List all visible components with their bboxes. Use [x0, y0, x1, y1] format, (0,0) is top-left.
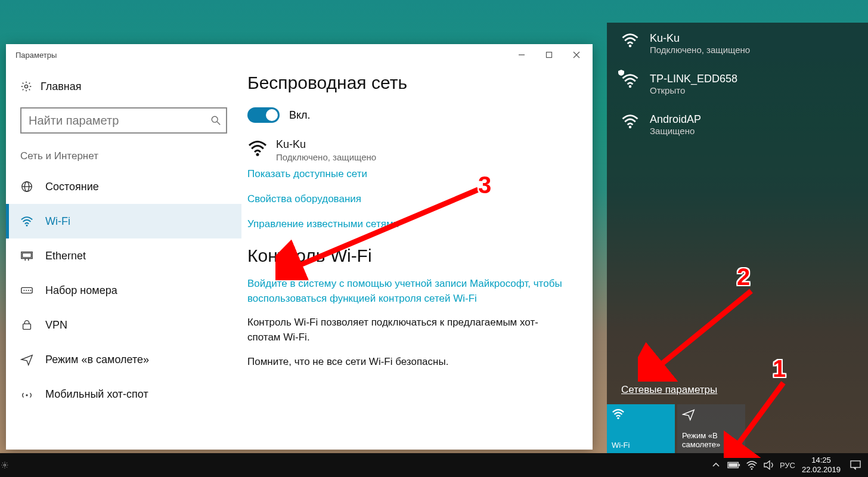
hotspot-icon — [20, 388, 33, 401]
notification-icon — [850, 460, 861, 470]
titlebar: Параметры — [6, 44, 593, 66]
airplane-icon — [682, 408, 695, 421]
wifi-icon — [621, 113, 639, 129]
nav-label: Wi-Fi — [45, 215, 70, 228]
nav-label: Набор номера — [45, 284, 117, 297]
tile-wifi[interactable]: Wi-Fi — [607, 404, 675, 453]
window-controls — [508, 45, 590, 64]
flyout-network-item[interactable]: Ku-Ku Подключено, защищено — [607, 23, 868, 63]
window-title: Параметры — [16, 51, 57, 60]
search-icon — [210, 115, 221, 126]
tray-overflow[interactable] — [708, 453, 724, 477]
maximize-button[interactable] — [535, 45, 563, 64]
control-text-2: Помните, что не все сети Wi-Fi безопасны… — [247, 355, 557, 370]
wifi-icon — [247, 138, 268, 155]
annotation-number-1: 1 — [773, 355, 786, 382]
wifi-icon — [621, 32, 639, 48]
control-text-1: Контроль Wi-Fi позволяет подключаться к … — [247, 315, 557, 345]
nav-label: Режим «в самолете» — [45, 354, 149, 366]
battery-icon — [727, 461, 740, 469]
page-heading: Беспроводная сеть — [247, 73, 569, 93]
nav-item-status[interactable]: Состояние — [6, 169, 241, 204]
annotation-arrow-2 — [638, 280, 769, 382]
svg-point-18 — [28, 290, 29, 291]
network-status: Подключено, защищено — [650, 45, 750, 55]
svg-point-10 — [26, 225, 28, 227]
search-input[interactable] — [29, 114, 210, 128]
svg-rect-30 — [739, 464, 740, 466]
home-label: Главная — [41, 80, 82, 93]
dialup-icon — [20, 284, 33, 297]
wifi-toggle-label: Вкл. — [289, 109, 311, 122]
nav-item-dialup[interactable]: Набор номера — [6, 273, 241, 308]
maximize-icon — [545, 51, 553, 58]
nav-list: Состояние Wi-Fi Ethernet — [6, 169, 241, 411]
tray-notifications[interactable] — [847, 453, 864, 477]
airplane-icon — [20, 353, 33, 366]
vpn-icon — [20, 318, 33, 332]
wifi-toggle[interactable] — [247, 107, 280, 123]
nav-label: Состояние — [45, 181, 99, 193]
ethernet-icon — [20, 249, 33, 262]
svg-rect-12 — [23, 253, 32, 257]
svg-point-17 — [26, 290, 27, 291]
search-box[interactable] — [20, 107, 227, 134]
annotation-number-2: 2 — [737, 264, 750, 290]
network-name: Ku-Ku — [650, 32, 750, 45]
svg-line-6 — [217, 122, 220, 125]
nav-item-ethernet[interactable]: Ethernet — [6, 238, 241, 273]
svg-rect-20 — [23, 324, 31, 329]
network-settings-link[interactable]: Сетевые параметры — [621, 384, 717, 395]
chevron-up-icon — [712, 463, 720, 467]
clock-date: 22.02.2019 — [802, 465, 841, 475]
volume-icon — [764, 460, 776, 470]
tile-label: Wi-Fi — [612, 441, 670, 450]
network-name: TP-LINK_EDD658 — [650, 73, 737, 85]
svg-point-5 — [212, 116, 218, 122]
wifi-open-icon — [621, 73, 639, 88]
svg-line-34 — [655, 291, 751, 370]
svg-point-21 — [26, 394, 27, 396]
close-button[interactable] — [563, 45, 590, 64]
close-icon — [573, 51, 580, 58]
svg-point-24 — [629, 85, 632, 88]
svg-line-35 — [733, 383, 783, 451]
nav-label: Мобильный хот-спот — [45, 388, 148, 401]
minimize-button[interactable] — [508, 45, 535, 64]
svg-point-27 — [4, 464, 6, 466]
home-nav[interactable]: Главная — [6, 74, 241, 99]
flyout-network-item[interactable]: AndroidAP Защищено — [607, 104, 868, 144]
tray-clock[interactable]: 14:25 22.02.2019 — [797, 456, 845, 474]
network-status: Подключено, защищено — [276, 152, 376, 162]
svg-point-23 — [629, 45, 632, 48]
shield-icon — [618, 69, 625, 76]
wifi-icon — [612, 408, 625, 421]
network-status: Защищено — [650, 126, 701, 136]
nav-item-airplane[interactable]: Режим «в самолете» — [6, 342, 241, 377]
annotation-arrow-3 — [275, 179, 496, 280]
svg-point-4 — [24, 85, 27, 88]
current-network: Ku-Ku Подключено, защищено — [247, 138, 569, 162]
wifi-icon — [20, 215, 33, 228]
svg-point-26 — [617, 417, 619, 419]
section-label: Сеть и Интернет — [6, 134, 241, 166]
svg-rect-32 — [851, 461, 860, 467]
svg-point-31 — [751, 468, 753, 470]
link-signin-msft[interactable]: Войдите в систему с помощью учетной запи… — [247, 277, 569, 306]
nav-item-wifi[interactable]: Wi-Fi — [6, 204, 241, 238]
flyout-network-item[interactable]: TP-LINK_EDD658 Открыто — [607, 63, 868, 104]
nav-item-vpn[interactable]: VPN — [6, 308, 241, 342]
svg-point-19 — [30, 290, 32, 291]
nav-item-hotspot[interactable]: Мобильный хот-спот — [6, 377, 241, 411]
network-name: AndroidAP — [650, 113, 701, 126]
wifi-icon — [746, 460, 758, 470]
svg-rect-1 — [547, 52, 552, 58]
network-status: Открыто — [650, 85, 737, 95]
svg-point-22 — [256, 153, 259, 156]
wifi-toggle-row: Вкл. — [247, 107, 569, 123]
nav-label: VPN — [45, 319, 67, 332]
minimize-icon — [518, 51, 525, 58]
svg-point-16 — [24, 290, 25, 291]
link-show-networks[interactable]: Показать доступные сети — [247, 168, 569, 180]
svg-line-33 — [292, 190, 478, 268]
